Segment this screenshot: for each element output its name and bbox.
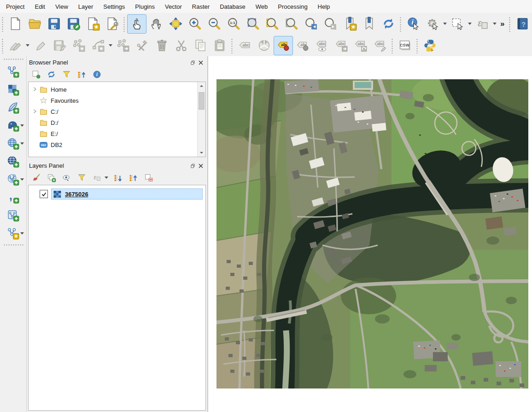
- save-project-as-button[interactable]: [64, 14, 83, 34]
- zoom-to-selection-button[interactable]: [282, 14, 301, 34]
- zoom-out-button[interactable]: [205, 14, 224, 34]
- collapse-all-button[interactable]: [76, 69, 87, 80]
- browser-item-e-drive[interactable]: E:/: [29, 128, 205, 139]
- select-features-button[interactable]: [448, 14, 467, 34]
- current-edits-button[interactable]: [6, 36, 25, 55]
- browser-item-d-drive[interactable]: D:/: [29, 117, 205, 128]
- zoom-to-layer-button[interactable]: [263, 14, 282, 34]
- layer-selection[interactable]: 3675026: [51, 188, 203, 200]
- properties-widget-button[interactable]: i: [91, 69, 102, 80]
- new-project-button[interactable]: [6, 14, 25, 34]
- scroll-up-icon[interactable]: [198, 82, 205, 90]
- toolbar-overflow-button[interactable]: »: [497, 19, 507, 29]
- zoom-next-button[interactable]: [321, 14, 340, 34]
- browser-item-c-drive[interactable]: C:/: [29, 106, 205, 117]
- pin-unpin-labels-button[interactable]: ab: [293, 36, 312, 55]
- layer-labeling-options-button[interactable]: abc: [235, 36, 254, 55]
- layer-visibility-checkbox[interactable]: [40, 190, 48, 198]
- pan-map-button[interactable]: [146, 14, 166, 34]
- open-project-button[interactable]: [25, 14, 44, 34]
- metasearch-csw-button[interactable]: CSW: [395, 36, 415, 55]
- add-delimited-text-layer-button[interactable]: ,: [0, 188, 26, 206]
- manage-layer-visibility-button[interactable]: [61, 172, 72, 183]
- expander-icon[interactable]: [31, 86, 39, 94]
- close-panel-icon[interactable]: [197, 59, 205, 67]
- current-edits-dropdown[interactable]: [26, 44, 29, 47]
- zoom-in-button[interactable]: [185, 14, 205, 34]
- add-circular-string-dropdown[interactable]: [109, 44, 112, 47]
- copy-features-button[interactable]: [191, 36, 210, 55]
- collapse-all-button[interactable]: [128, 172, 139, 183]
- expander-icon[interactable]: [31, 108, 39, 116]
- highlight-pinned-labels-button[interactable]: ab: [274, 36, 293, 55]
- map-canvas[interactable]: [208, 56, 532, 412]
- add-vector-layer-button[interactable]: [0, 63, 26, 80]
- menu-plugins[interactable]: Plugins: [130, 1, 160, 12]
- menu-help[interactable]: Help: [313, 1, 335, 12]
- add-virtual-layer-button[interactable]: [0, 224, 26, 242]
- add-postgis-layer-button[interactable]: [0, 117, 26, 134]
- zoom-native-button[interactable]: 1:1: [224, 14, 243, 34]
- toolbar-drag-handle[interactable]: [123, 16, 125, 32]
- toolbar-drag-handle[interactable]: [399, 16, 402, 32]
- add-wms-dropdown[interactable]: [20, 142, 24, 145]
- layer-diagram-options-button[interactable]: [254, 36, 274, 55]
- save-project-button[interactable]: [44, 14, 64, 34]
- menu-processing[interactable]: Processing: [273, 1, 312, 12]
- save-layer-edits-button[interactable]: [50, 36, 69, 55]
- menu-web[interactable]: Web: [251, 1, 273, 12]
- add-wms-wmts-layer-button[interactable]: [0, 135, 26, 152]
- cut-features-button[interactable]: [171, 36, 191, 55]
- menu-settings[interactable]: Settings: [98, 1, 130, 12]
- open-layer-styling-dock-button[interactable]: [30, 172, 41, 183]
- toolbar-drag-handle[interactable]: [3, 58, 23, 61]
- add-group-button[interactable]: [46, 172, 57, 183]
- menu-database[interactable]: Database: [215, 1, 251, 12]
- node-tool-button[interactable]: [133, 36, 152, 55]
- filter-legend-by-expression-button[interactable]: ε: [91, 172, 102, 183]
- toolbar-drag-handle[interactable]: [1, 38, 4, 53]
- toolbar-drag-handle[interactable]: [391, 38, 393, 53]
- rotate-label-button[interactable]: abc: [351, 36, 370, 55]
- show-bookmarks-button[interactable]: [359, 14, 379, 34]
- move-label-button[interactable]: abc: [332, 36, 351, 55]
- scroll-down-icon[interactable]: [198, 149, 205, 157]
- filter-legend-button[interactable]: [76, 172, 87, 183]
- remove-layer-group-button[interactable]: [143, 172, 154, 183]
- toggle-editing-button[interactable]: [30, 36, 50, 55]
- refresh-map-button[interactable]: [379, 14, 398, 34]
- menu-project[interactable]: Project: [1, 1, 29, 12]
- expand-all-button[interactable]: [112, 172, 123, 183]
- add-virtual-layer-dropdown[interactable]: [20, 232, 24, 235]
- select-by-expression-dropdown[interactable]: [493, 23, 497, 25]
- refresh-browser-button[interactable]: [46, 69, 57, 80]
- toolbar-drag-handle[interactable]: [230, 38, 233, 53]
- new-print-composer-button[interactable]: [83, 14, 102, 34]
- filter-browser-button[interactable]: [61, 69, 72, 80]
- select-by-expression-button[interactable]: ε: [473, 14, 492, 34]
- paste-features-button[interactable]: [210, 36, 229, 55]
- toolbar-drag-handle[interactable]: [1, 16, 4, 32]
- python-console-button[interactable]: [420, 36, 439, 55]
- composer-manager-button[interactable]: [102, 14, 122, 34]
- scrollbar-thumb[interactable]: [199, 92, 205, 110]
- menu-view[interactable]: View: [50, 1, 73, 12]
- add-db-layer-dropdown[interactable]: [20, 124, 24, 127]
- new-shapefile-layer-button[interactable]: [0, 206, 26, 224]
- add-wcs-layer-button[interactable]: [0, 153, 26, 170]
- menu-layer[interactable]: Layer: [73, 1, 99, 12]
- delete-selected-button[interactable]: [152, 36, 171, 55]
- new-bookmark-button[interactable]: [340, 14, 359, 34]
- zoom-last-button[interactable]: [301, 14, 321, 34]
- identify-features-button[interactable]: i: [403, 14, 423, 34]
- menu-vector[interactable]: Vector: [160, 1, 187, 12]
- float-panel-icon[interactable]: [188, 59, 197, 67]
- pan-to-selection-button[interactable]: [166, 14, 185, 34]
- browser-item-db2[interactable]: DB2 DB2: [29, 139, 205, 150]
- layer-row[interactable]: 3675026: [40, 188, 205, 200]
- move-feature-button[interactable]: [113, 36, 133, 55]
- run-feature-action-dropdown[interactable]: [443, 23, 447, 25]
- browser-item-home[interactable]: Home: [29, 84, 205, 95]
- help-contents-button[interactable]: ?: [513, 14, 532, 34]
- toolbar-drag-handle[interactable]: [508, 16, 511, 32]
